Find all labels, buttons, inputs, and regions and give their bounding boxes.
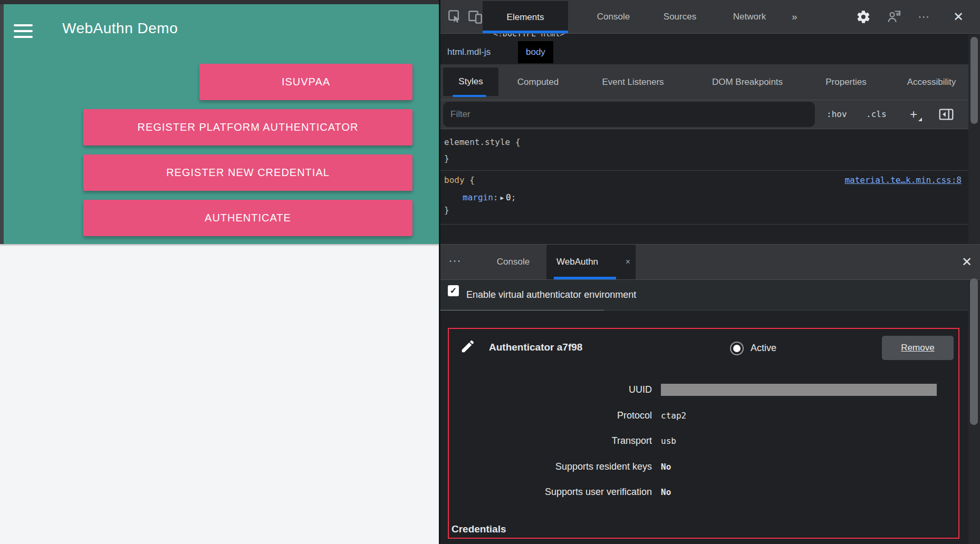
active-tab-indicator xyxy=(483,31,568,33)
drawer-overflow-icon[interactable]: ⋯ xyxy=(448,245,462,279)
styles-filter-row: :hov .cls + xyxy=(440,100,980,129)
divider xyxy=(604,310,980,310)
field-row-protocol: Protocol ctap2 xyxy=(449,409,958,422)
credentials-heading: Credentials xyxy=(451,523,506,535)
dom-tree-clipped-row: <!DOCTYPE html> xyxy=(493,34,651,40)
register-new-credential-button[interactable]: REGISTER NEW CREDENTIAL xyxy=(83,154,412,191)
field-row-user-verification: Supports user verification No xyxy=(449,485,958,499)
tab-styles[interactable]: Styles xyxy=(443,67,498,96)
toggle-pseudo-classes[interactable]: :hov xyxy=(827,100,847,129)
toggle-element-classes[interactable]: .cls xyxy=(866,100,887,129)
inline-style-rule-close: } xyxy=(444,153,449,164)
menu-icon[interactable] xyxy=(14,24,33,40)
tab-event-listeners[interactable]: Event Listeners xyxy=(602,64,664,100)
virtual-authenticator-toggle-row: ✓ Enable virtual authenticator environme… xyxy=(440,280,980,310)
field-label: Supports user verification xyxy=(449,485,652,499)
active-radio[interactable] xyxy=(730,342,744,355)
body-rule-close: } xyxy=(444,205,449,216)
breadcrumb-item-html[interactable]: html.mdl-js xyxy=(447,40,491,64)
browser-page: WebAuthn Demo ISUVPAA REGISTER PLATFORM … xyxy=(0,0,439,544)
enable-virtual-authenticator-checkbox[interactable]: ✓ xyxy=(448,285,459,296)
field-row-resident-keys: Supports resident keys No xyxy=(449,460,958,473)
authenticator-card: Authenticator a7f98 Active Remove UUID P… xyxy=(448,328,959,539)
field-value: usb xyxy=(661,434,676,448)
drawer-scrollbar-thumb[interactable] xyxy=(970,278,978,425)
more-options-icon[interactable]: ⋯ xyxy=(918,0,931,33)
feedback-person-icon[interactable] xyxy=(887,9,901,24)
field-label: Supports resident keys xyxy=(449,460,652,473)
inspect-element-icon[interactable] xyxy=(448,9,463,24)
field-label: Transport xyxy=(449,434,652,448)
tab-network[interactable]: Network xyxy=(733,0,766,33)
drawer-tabbar: ⋯ Console WebAuthn × ✕ xyxy=(440,244,980,280)
dom-tree-text: <!DOCTYPE html> xyxy=(493,34,651,38)
window-top-edge xyxy=(0,0,439,4)
close-webauthn-tab-icon[interactable]: × xyxy=(626,245,630,279)
field-label: UUID xyxy=(449,383,652,396)
close-drawer-icon[interactable]: ✕ xyxy=(962,245,972,279)
tab-dom-breakpoints[interactable]: DOM Breakpoints xyxy=(712,64,783,100)
field-value: No xyxy=(661,460,671,474)
styles-filter-input[interactable] xyxy=(443,102,815,127)
rule-divider xyxy=(440,224,980,225)
expand-shorthand-icon: ▶ xyxy=(498,195,506,201)
tab-computed[interactable]: Computed xyxy=(517,64,559,100)
enable-virtual-authenticator-label: Enable virtual authenticator environment xyxy=(466,280,636,310)
css-property-margin[interactable]: margin:▶0; xyxy=(463,192,516,203)
screen: WebAuthn Demo ISUVPAA REGISTER PLATFORM … xyxy=(0,0,980,544)
tab-elements[interactable]: Elements xyxy=(483,1,568,33)
toggle-sidebar-icon[interactable] xyxy=(939,107,954,122)
drawer-tab-webauthn[interactable]: WebAuthn × xyxy=(546,245,636,279)
close-devtools-icon[interactable]: ✕ xyxy=(953,0,964,33)
authenticator-title: Authenticator a7f98 xyxy=(489,342,582,353)
app-header: WebAuthn Demo ISUVPAA REGISTER PLATFORM … xyxy=(0,4,439,244)
field-row-transport: Transport usb xyxy=(449,434,958,448)
drawer-tab-console[interactable]: Console xyxy=(497,245,530,279)
tab-console[interactable]: Console xyxy=(597,0,630,33)
settings-gear-icon[interactable] xyxy=(856,9,871,24)
inline-style-rule: element.style { xyxy=(444,137,521,148)
remove-authenticator-button[interactable]: Remove xyxy=(882,336,954,360)
device-toolbar-icon[interactable] xyxy=(468,9,483,24)
tab-properties[interactable]: Properties xyxy=(825,64,866,100)
field-label: Protocol xyxy=(449,409,652,422)
devtools-toolbar: Elements Console Sources Network » ⋯ ✕ xyxy=(440,0,980,34)
new-style-rule-button[interactable]: + xyxy=(910,100,917,129)
styles-tab-indicator xyxy=(453,95,486,97)
uuid-value-bar[interactable] xyxy=(661,384,937,396)
styles-scrollbar-thumb[interactable] xyxy=(971,37,978,124)
edit-authenticator-icon[interactable] xyxy=(460,338,476,354)
field-value: ctap2 xyxy=(661,409,686,423)
tab-accessibility[interactable]: Accessibility xyxy=(907,64,956,100)
body-rule-selector: body { xyxy=(444,174,475,186)
styles-tabbar: Styles Computed Event Listeners DOM Brea… xyxy=(440,64,980,100)
tab-sources[interactable]: Sources xyxy=(664,0,696,33)
drawer-active-tab-indicator xyxy=(554,277,616,279)
more-tabs-icon[interactable]: » xyxy=(792,0,798,33)
active-label: Active xyxy=(751,343,776,354)
breadcrumb-item-body-selected[interactable]: body xyxy=(518,41,553,63)
field-value: No xyxy=(661,485,671,499)
breadcrumb: html.mdl-js body xyxy=(440,40,980,64)
devtools-panel: Elements Console Sources Network » ⋯ ✕ <… xyxy=(439,0,980,544)
rule-divider xyxy=(440,170,980,171)
divider xyxy=(440,310,604,310)
page-title: WebAuthn Demo xyxy=(62,20,178,37)
stylesheet-source-link[interactable]: material.te…k.min.css:8 xyxy=(844,174,962,186)
register-platform-authenticator-button[interactable]: REGISTER PLATFORM AUTHENTICATOR xyxy=(83,109,412,145)
window-left-edge xyxy=(0,4,4,244)
isuvpaa-button[interactable]: ISUVPAA xyxy=(199,64,412,100)
authenticate-button[interactable]: AUTHENTICATE xyxy=(83,200,412,236)
